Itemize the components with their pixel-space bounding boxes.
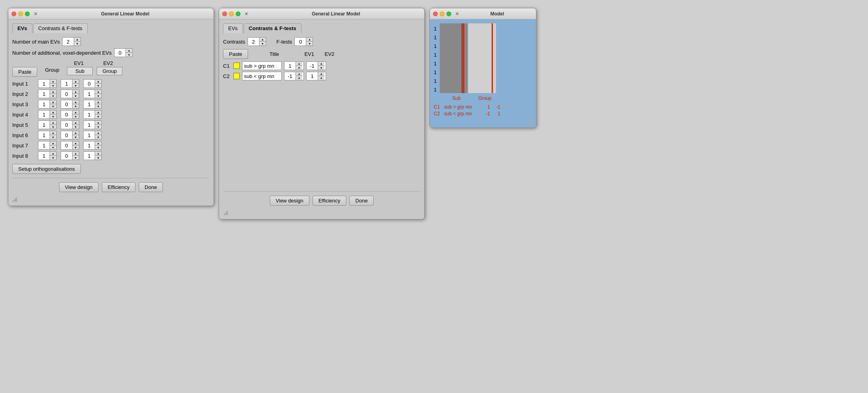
c1-title-input[interactable] bbox=[242, 61, 282, 70]
c2-ev2-value[interactable] bbox=[307, 73, 318, 79]
row4-ev2[interactable]: ▲▼ bbox=[83, 110, 102, 119]
row4-ev2-down[interactable]: ▼ bbox=[95, 114, 101, 118]
tab-contrasts-1[interactable]: Contrasts & F-tests bbox=[33, 23, 88, 33]
c1-ev1-up[interactable]: ▲ bbox=[296, 62, 302, 66]
c2-ev2-up[interactable]: ▲ bbox=[318, 72, 324, 76]
row1-ev2-up[interactable]: ▲ bbox=[95, 80, 101, 84]
c2-ev1-up[interactable]: ▲ bbox=[296, 72, 302, 76]
row5-group-value[interactable] bbox=[38, 122, 50, 128]
row7-ev1-value[interactable] bbox=[61, 143, 72, 149]
ftests-spinner[interactable]: ▲ ▼ bbox=[294, 37, 313, 46]
row2-ev1-up[interactable]: ▲ bbox=[72, 90, 79, 94]
ftests-down[interactable]: ▼ bbox=[306, 42, 313, 46]
c2-ev1-value[interactable] bbox=[284, 73, 296, 79]
row2-group-value[interactable] bbox=[38, 91, 50, 97]
c1-ev1-spinner[interactable]: ▲ ▼ bbox=[284, 61, 304, 70]
resize-corner-3[interactable] bbox=[527, 119, 532, 124]
row8-group-value[interactable] bbox=[38, 153, 50, 159]
row7-group-value[interactable] bbox=[38, 143, 50, 149]
row1-ev1[interactable]: ▲▼ bbox=[61, 79, 79, 88]
c1-ev1-down[interactable]: ▼ bbox=[296, 66, 302, 70]
c2-ev1-down[interactable]: ▼ bbox=[296, 76, 302, 80]
row5-group[interactable]: ▲▼ bbox=[38, 120, 57, 129]
row3-ev2-up[interactable]: ▲ bbox=[95, 100, 101, 104]
view-design-btn-1[interactable]: View design bbox=[59, 182, 99, 192]
c2-ev2-down[interactable]: ▼ bbox=[318, 76, 324, 80]
ftests-up[interactable]: ▲ bbox=[306, 38, 313, 42]
row5-ev2-value[interactable] bbox=[84, 122, 95, 128]
resize-corner-2[interactable] bbox=[223, 210, 228, 215]
row2-ev2[interactable]: ▲▼ bbox=[83, 90, 102, 98]
row2-ev1-value[interactable] bbox=[61, 91, 72, 97]
row4-group-value[interactable] bbox=[38, 112, 50, 118]
row6-group-down[interactable]: ▼ bbox=[50, 135, 56, 139]
tab-evs-2[interactable]: EVs bbox=[223, 23, 243, 33]
row1-group-down[interactable]: ▼ bbox=[50, 84, 56, 88]
c1-ev2-up[interactable]: ▲ bbox=[318, 62, 324, 66]
row6-ev2[interactable]: ▲▼ bbox=[83, 131, 102, 139]
row6-group-up[interactable]: ▲ bbox=[50, 131, 56, 135]
maximize-button-2[interactable] bbox=[236, 11, 240, 16]
row8-ev2-up[interactable]: ▲ bbox=[95, 152, 101, 156]
c2-color-swatch[interactable] bbox=[233, 73, 240, 79]
row5-ev1[interactable]: ▲▼ bbox=[61, 120, 79, 129]
row2-ev1-down[interactable]: ▼ bbox=[72, 94, 79, 98]
row4-group-down[interactable]: ▼ bbox=[50, 114, 56, 118]
tab-contrasts-2[interactable]: Contrasts & F-tests bbox=[244, 23, 301, 33]
minimize-button-2[interactable] bbox=[229, 11, 234, 16]
row5-ev2-up[interactable]: ▲ bbox=[95, 121, 101, 125]
row3-ev2-value[interactable] bbox=[84, 101, 95, 107]
row7-ev1-up[interactable]: ▲ bbox=[72, 141, 79, 145]
tab-evs-1[interactable]: EVs bbox=[12, 23, 32, 33]
row7-group-down[interactable]: ▼ bbox=[50, 145, 56, 149]
row8-ev2[interactable]: ▲▼ bbox=[83, 151, 102, 160]
row1-ev2-value[interactable] bbox=[84, 81, 95, 87]
contrasts-down[interactable]: ▼ bbox=[259, 42, 266, 46]
c2-ev2-spinner[interactable]: ▲ ▼ bbox=[306, 72, 326, 80]
row3-group-up[interactable]: ▲ bbox=[50, 100, 56, 104]
row8-ev2-value[interactable] bbox=[84, 153, 95, 159]
contrasts-value[interactable] bbox=[248, 39, 259, 45]
paste-button-2[interactable]: Paste bbox=[223, 49, 248, 59]
row2-group-down[interactable]: ▼ bbox=[50, 94, 56, 98]
num-evs-spinner[interactable]: ▲ ▼ bbox=[62, 37, 81, 46]
row2-group-up[interactable]: ▲ bbox=[50, 90, 56, 94]
row3-ev1[interactable]: ▲▼ bbox=[61, 100, 79, 109]
row6-ev1-value[interactable] bbox=[61, 132, 72, 138]
minimize-button-3[interactable] bbox=[440, 11, 444, 16]
close-button-2[interactable] bbox=[222, 11, 227, 16]
minimize-button-1[interactable] bbox=[18, 11, 23, 16]
row2-ev2-value[interactable] bbox=[84, 91, 95, 97]
row7-ev2-value[interactable] bbox=[84, 143, 95, 149]
done-btn-2[interactable]: Done bbox=[349, 196, 374, 206]
maximize-button-1[interactable] bbox=[25, 11, 30, 16]
ftests-value[interactable] bbox=[295, 39, 306, 45]
efficiency-btn-1[interactable]: Efficiency bbox=[102, 182, 135, 192]
num-evs-down[interactable]: ▼ bbox=[74, 42, 80, 46]
num-voxel-value[interactable] bbox=[114, 50, 126, 56]
row1-ev1-up[interactable]: ▲ bbox=[72, 80, 79, 84]
num-voxel-up[interactable]: ▲ bbox=[126, 49, 132, 53]
row7-group[interactable]: ▲▼ bbox=[38, 141, 57, 150]
row3-ev2-down[interactable]: ▼ bbox=[95, 104, 101, 108]
row2-ev2-up[interactable]: ▲ bbox=[95, 90, 101, 94]
row4-ev1[interactable]: ▲▼ bbox=[61, 110, 79, 119]
row5-group-up[interactable]: ▲ bbox=[50, 121, 56, 125]
row8-ev1-down[interactable]: ▼ bbox=[72, 156, 79, 160]
row1-ev2[interactable]: ▲▼ bbox=[83, 79, 102, 88]
contrasts-spinner[interactable]: ▲ ▼ bbox=[248, 37, 266, 46]
row8-group[interactable]: ▲▼ bbox=[38, 151, 57, 160]
row4-ev1-down[interactable]: ▼ bbox=[72, 114, 79, 118]
row5-ev2[interactable]: ▲▼ bbox=[83, 120, 102, 129]
row6-ev2-up[interactable]: ▲ bbox=[95, 131, 101, 135]
row6-ev2-down[interactable]: ▼ bbox=[95, 135, 101, 139]
row7-ev2[interactable]: ▲▼ bbox=[83, 141, 102, 150]
c1-ev1-value[interactable] bbox=[284, 63, 296, 69]
maximize-button-3[interactable] bbox=[446, 11, 451, 16]
row4-ev1-up[interactable]: ▲ bbox=[72, 111, 79, 114]
row2-ev1[interactable]: ▲▼ bbox=[61, 90, 79, 98]
row5-ev2-down[interactable]: ▼ bbox=[95, 125, 101, 129]
row3-group-value[interactable] bbox=[38, 101, 50, 107]
close-button-1[interactable] bbox=[11, 11, 16, 16]
efficiency-btn-2[interactable]: Efficiency bbox=[313, 196, 346, 206]
